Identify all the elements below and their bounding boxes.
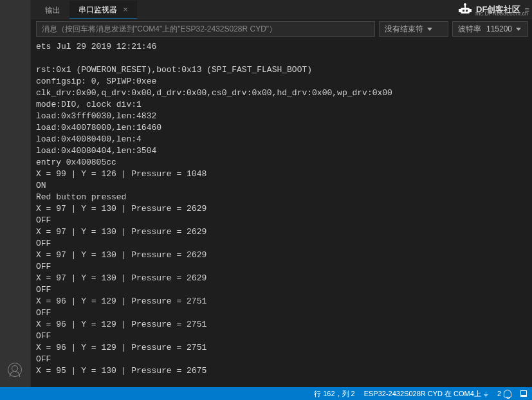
plug-icon: ⏚ bbox=[484, 390, 488, 398]
close-icon[interactable]: × bbox=[123, 5, 128, 14]
baud-rate-select[interactable]: 波特率 115200 bbox=[452, 21, 528, 37]
serial-toolbar: 没有结束符 波特率 115200 bbox=[31, 19, 532, 39]
maximize-icon bbox=[520, 390, 527, 397]
panel-tabs: 输出 串口监视器 × DF创客社区 ≡ mc.DFRobot.com.cn bbox=[31, 0, 532, 19]
baud-value: 115200 bbox=[486, 24, 512, 33]
serial-output[interactable]: ets Jul 29 2019 12:21:46 rst:0x1 (POWERO… bbox=[31, 39, 532, 387]
account-icon[interactable] bbox=[8, 363, 22, 377]
cursor-position: 行 162，列 2 bbox=[314, 389, 355, 399]
svg-rect-2 bbox=[466, 10, 468, 12]
status-cursor[interactable]: 行 162，列 2 bbox=[314, 389, 355, 399]
baud-label: 波特率 bbox=[458, 24, 481, 35]
tab-label: 串口监视器 bbox=[78, 5, 117, 14]
notif-count: 2 bbox=[497, 390, 501, 397]
board-info: ESP32-2432S028R CYD 在 COM4上 bbox=[364, 389, 481, 399]
tab-output[interactable]: 输出 bbox=[36, 1, 69, 19]
line-ending-label: 没有结束符 bbox=[385, 24, 423, 35]
brand-subtitle: mc.DFRobot.com.cn bbox=[475, 10, 528, 17]
tab-label: 输出 bbox=[45, 6, 60, 15]
robot-icon bbox=[457, 3, 473, 16]
svg-rect-5 bbox=[459, 9, 461, 12]
svg-point-4 bbox=[464, 3, 466, 6]
status-board[interactable]: ESP32-2432S028R CYD 在 COM4上 ⏚ bbox=[364, 389, 488, 399]
chevron-down-icon bbox=[516, 28, 521, 31]
status-bar: 行 162，列 2 ESP32-2432S028R CYD 在 COM4上 ⏚ … bbox=[0, 387, 532, 400]
bell-icon bbox=[504, 390, 511, 397]
svg-rect-6 bbox=[470, 9, 472, 12]
svg-rect-1 bbox=[463, 10, 464, 12]
serial-message-input[interactable] bbox=[36, 21, 375, 37]
line-ending-select[interactable]: 没有结束符 bbox=[379, 21, 448, 37]
activity-bar bbox=[0, 0, 31, 400]
panel: 输出 串口监视器 × DF创客社区 ≡ mc.DFRobot.com.cn 没有… bbox=[31, 0, 532, 387]
status-notifications[interactable]: 2 bbox=[497, 390, 511, 397]
tab-serial-monitor[interactable]: 串口监视器 × bbox=[69, 1, 137, 19]
svg-rect-0 bbox=[461, 8, 470, 14]
status-maximize[interactable] bbox=[520, 390, 527, 397]
chevron-down-icon bbox=[427, 28, 432, 31]
